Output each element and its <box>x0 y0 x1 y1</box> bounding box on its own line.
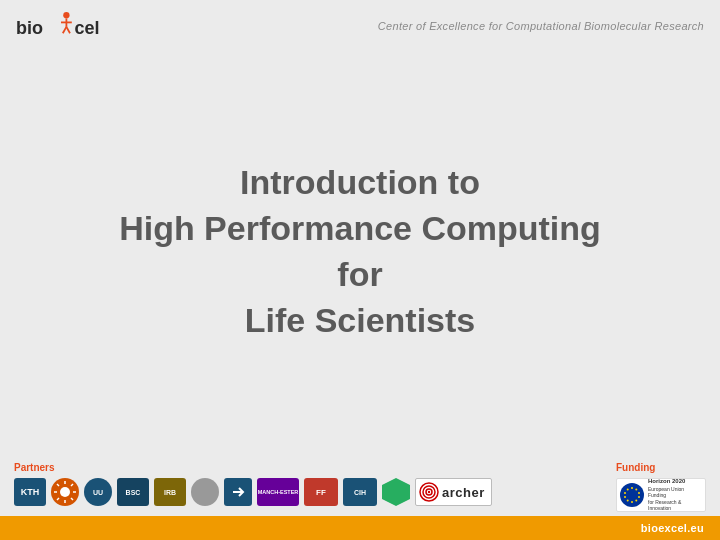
logo-sun <box>51 478 79 506</box>
partners-logos-row: KTH UU BSC IRB MANCH-E <box>14 478 492 506</box>
logo-blue-arrow <box>224 478 252 506</box>
logo-circle-blue: UU <box>84 478 112 506</box>
funding-label: Funding <box>616 462 706 473</box>
eu-circle <box>620 483 644 507</box>
svg-text:cel: cel <box>75 18 100 38</box>
svg-point-29 <box>624 492 626 494</box>
svg-point-27 <box>627 500 629 502</box>
partners-group: Partners KTH UU BSC IRB <box>14 462 492 506</box>
header: bio cel Center of Excellence for Computa… <box>0 0 720 48</box>
footer-bar: bioexcel.eu <box>0 516 720 540</box>
svg-point-0 <box>63 12 69 18</box>
svg-point-23 <box>638 492 640 494</box>
slide-title: Introduction to High Performance Computi… <box>119 160 601 344</box>
partners-label: Partners <box>14 462 492 473</box>
eu-text: Horizon 2020 European Union Funding for … <box>648 478 702 512</box>
logo-manchester: MANCH-ESTER <box>257 478 299 506</box>
logo-cih: CIH <box>343 478 377 506</box>
svg-point-19 <box>428 491 430 493</box>
logo-irb: IRB <box>154 478 186 506</box>
header-subtitle: Center of Excellence for Computational B… <box>378 20 704 32</box>
logo-kth: KTH <box>14 478 46 506</box>
svg-line-12 <box>57 484 59 486</box>
svg-point-21 <box>631 487 633 489</box>
eu-funding-logo: Horizon 2020 European Union Funding for … <box>616 478 706 512</box>
svg-point-26 <box>631 501 633 503</box>
svg-line-13 <box>71 498 73 500</box>
svg-point-28 <box>624 496 626 498</box>
svg-line-14 <box>71 484 73 486</box>
svg-text:bio: bio <box>16 18 43 38</box>
eu-stars-icon <box>622 485 642 505</box>
funding-group: Funding <box>616 462 706 512</box>
svg-point-24 <box>638 496 640 498</box>
logo-bsc: BSC <box>117 478 149 506</box>
bioexcel-logo: bio cel <box>16 10 106 42</box>
title-block: Introduction to High Performance Computi… <box>119 160 601 344</box>
logo-hex <box>382 478 410 506</box>
svg-point-22 <box>635 488 637 490</box>
logo-ff: FF <box>304 478 338 506</box>
svg-line-15 <box>57 498 59 500</box>
svg-point-7 <box>60 487 70 497</box>
archer-text: archer <box>442 485 485 500</box>
logo-grey <box>191 478 219 506</box>
logo-area: bio cel <box>16 10 106 42</box>
svg-line-4 <box>66 27 70 33</box>
main-content: Introduction to High Performance Computi… <box>0 48 720 456</box>
archer-target-icon <box>419 482 439 502</box>
svg-point-30 <box>627 488 629 490</box>
logo-archer: archer <box>415 478 492 506</box>
svg-line-3 <box>63 27 67 33</box>
partners-bar: Partners KTH UU BSC IRB <box>0 456 720 516</box>
footer-url: bioexcel.eu <box>641 522 704 534</box>
slide: bio cel Center of Excellence for Computa… <box>0 0 720 540</box>
svg-point-25 <box>635 500 637 502</box>
